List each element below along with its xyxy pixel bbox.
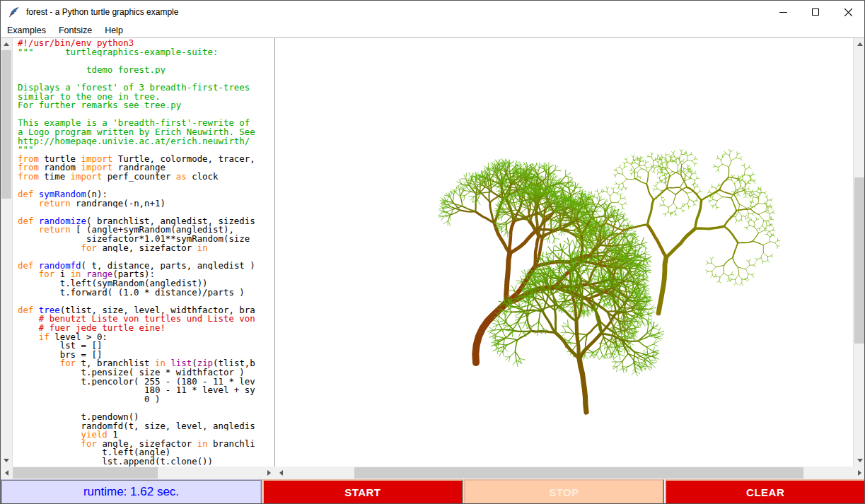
canvas-scrollbar-horizontal[interactable]: [275, 467, 865, 479]
code-text[interactable]: #!/usr/bin/env python3""" turtlegraphics…: [13, 38, 274, 467]
stop-button[interactable]: STOP: [464, 479, 665, 504]
close-button[interactable]: [832, 1, 864, 23]
scroll-down-icon[interactable]: [854, 455, 865, 467]
minimize-icon: [779, 12, 787, 13]
scroll-up-icon[interactable]: [854, 38, 865, 50]
window-titlebar: forest - a Python turtle graphics exampl…: [1, 1, 864, 23]
menubar: Examples Fontsize Help: [1, 23, 864, 38]
scroll-right-icon[interactable]: [263, 467, 275, 479]
scroll-down-icon[interactable]: [1, 455, 12, 467]
menu-item-fontsize[interactable]: Fontsize: [52, 24, 98, 37]
runtime-label: runtime: 1.62 sec.: [1, 479, 262, 504]
close-icon: [844, 8, 852, 16]
scroll-up-icon[interactable]: [1, 38, 12, 50]
code-scrollbar-vertical[interactable]: [1, 38, 13, 467]
code-scrollbar-horizontal[interactable]: [1, 467, 275, 479]
maximize-button[interactable]: [799, 1, 832, 23]
app-icon: [8, 6, 21, 18]
window-title: forest - a Python turtle graphics exampl…: [26, 7, 178, 17]
menu-item-examples[interactable]: Examples: [1, 24, 52, 37]
code-hscroll-thumb[interactable]: [13, 467, 158, 479]
canvas-vscroll-thumb[interactable]: [854, 177, 865, 344]
canvas-pane[interactable]: [275, 38, 853, 467]
code-pane[interactable]: #!/usr/bin/env python3""" turtlegraphics…: [13, 38, 275, 467]
minimize-button[interactable]: [767, 1, 799, 23]
canvas-scrollbar-vertical[interactable]: [853, 38, 865, 467]
code-vscroll-thumb[interactable]: [1, 50, 11, 199]
menu-item-help[interactable]: Help: [98, 24, 129, 37]
canvas-hscroll-thumb[interactable]: [354, 467, 803, 479]
scroll-left-icon[interactable]: [1, 467, 13, 479]
start-button[interactable]: START: [262, 479, 463, 504]
turtle-canvas[interactable]: [275, 38, 853, 467]
statusbar: runtime: 1.62 sec. START STOP CLEAR: [1, 479, 865, 504]
scroll-left-icon[interactable]: [275, 467, 287, 479]
clear-button[interactable]: CLEAR: [665, 479, 865, 504]
maximize-icon: [812, 8, 819, 16]
scroll-right-icon[interactable]: [854, 467, 865, 479]
